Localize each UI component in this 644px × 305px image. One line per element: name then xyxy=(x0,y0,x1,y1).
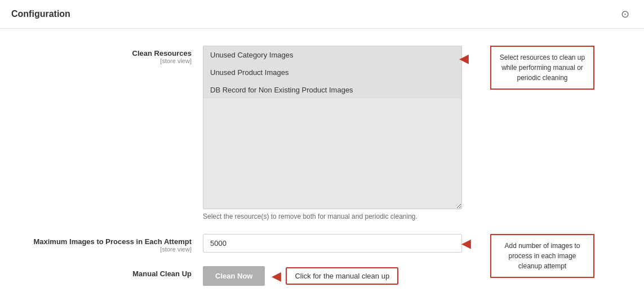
clean-resources-label: Clean Resources xyxy=(11,49,192,58)
clean-resources-label-group: Clean Resources [store view] xyxy=(11,46,203,64)
clean-resources-tooltip: Select resources to clean up while perfo… xyxy=(490,46,594,90)
click-hint-text: Click for the manual clean up xyxy=(295,272,389,280)
maximum-images-input-wrapper: ◀ xyxy=(203,234,462,253)
clean-resources-select[interactable]: Unused Category Images Unused Product Im… xyxy=(203,46,462,209)
option-unused-product[interactable]: Unused Product Images xyxy=(203,64,461,81)
maximum-images-sublabel: [store view] xyxy=(11,246,192,253)
content-area: Clean Resources [store view] Unused Cate… xyxy=(0,29,644,305)
manual-cleanup-label-group: Manual Clean Up xyxy=(11,266,203,278)
manual-cleanup-arrow-icon: ◀ xyxy=(272,269,281,284)
maximum-images-row: Maximum Images to Process in Each Attemp… xyxy=(11,234,633,253)
maximum-images-input[interactable] xyxy=(203,234,462,253)
clean-resources-control: Unused Category Images Unused Product Im… xyxy=(203,46,462,220)
page-wrapper: Configuration ⊙ Clean Resources [store v… xyxy=(0,0,644,305)
manual-row: Clean Now ◀ Click for the manual clean u… xyxy=(203,266,398,286)
maximum-images-tooltip: Add number of images to process in each … xyxy=(490,234,594,278)
clean-resources-row: Clean Resources [store view] Unused Cate… xyxy=(11,46,633,220)
section-header: Configuration ⊙ xyxy=(0,0,644,29)
manual-cleanup-control: Clean Now ◀ Click for the manual clean u… xyxy=(203,266,398,286)
maximum-images-arrow-icon: ◀ xyxy=(461,236,471,251)
option-unused-category[interactable]: Unused Category Images xyxy=(203,46,461,64)
collapse-button[interactable]: ⊙ xyxy=(618,7,633,21)
maximum-images-control: ◀ xyxy=(203,234,462,253)
option-db-record[interactable]: DB Record for Non Existing Product Image… xyxy=(203,81,461,99)
multiselect-arrow-icon: ◀ xyxy=(459,51,469,66)
clean-resources-help: Select the resource(s) to remove both fo… xyxy=(203,213,462,220)
maximum-images-label-group: Maximum Images to Process in Each Attemp… xyxy=(11,234,203,253)
multiselect-wrapper: Unused Category Images Unused Product Im… xyxy=(203,46,462,209)
clean-now-button[interactable]: Clean Now xyxy=(203,266,265,286)
page-title: Configuration xyxy=(11,9,70,19)
manual-cleanup-label: Manual Clean Up xyxy=(11,269,192,278)
click-hint-box: Click for the manual clean up xyxy=(286,267,398,285)
maximum-images-label: Maximum Images to Process in Each Attemp… xyxy=(11,237,192,246)
clean-resources-sublabel: [store view] xyxy=(11,58,192,64)
